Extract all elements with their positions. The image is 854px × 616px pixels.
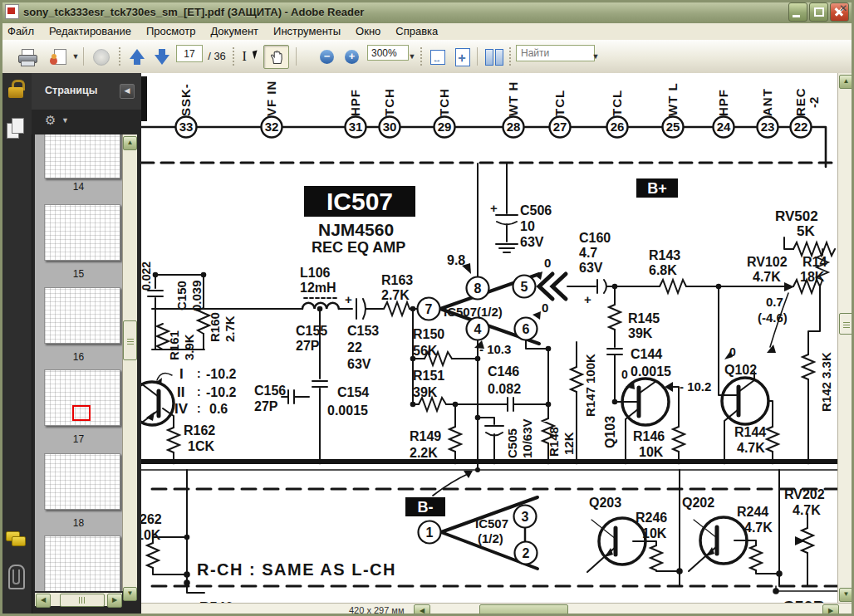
schematic-label: 4.7K	[744, 521, 773, 535]
schematic-label: 0.039	[189, 280, 204, 311]
email-button[interactable]	[45, 45, 71, 69]
schematic-label: 63V	[579, 261, 603, 275]
fit-width-button[interactable]: ↔	[426, 45, 449, 69]
doc-scroll-down-button[interactable]: ▼	[839, 588, 853, 602]
page-thumbnail[interactable]	[44, 204, 120, 261]
attachments-tab-icon[interactable]	[8, 565, 25, 589]
menu-item-6[interactable]: Справка	[388, 23, 445, 40]
schematic-label: C506	[520, 203, 552, 218]
sidebar-hscrollbar-thumb[interactable]	[60, 594, 105, 607]
previous-page-button[interactable]	[125, 45, 150, 69]
gear-dropdown-icon[interactable]: ▼	[61, 116, 69, 125]
schematic-label: R144	[734, 425, 766, 439]
menu-item-5[interactable]: Окно	[348, 23, 388, 40]
schematic-label: 3.9K	[182, 334, 196, 360]
collapse-panel-button[interactable]: ◀	[120, 84, 135, 99]
sidebar-tab-strip	[0, 73, 32, 616]
schematic-label: Q202	[682, 496, 714, 510]
terminal-number: 29	[438, 120, 452, 134]
menu-item-4[interactable]: Инструменты	[266, 23, 348, 40]
terminal-signal-label: TCH	[382, 88, 396, 116]
find-dropdown-icon[interactable]: ▼	[590, 45, 600, 67]
menu-item-1[interactable]: Редактирование	[42, 23, 139, 40]
terminal-signal-label: TCL	[552, 90, 567, 116]
schematic-label: 9.8	[447, 253, 465, 267]
schematic-label: :	[197, 385, 201, 398]
schematic-label: 56K	[413, 344, 438, 358]
schematic-drawing: 33SSK-32VF IN31HPF30TCH29TCH28WT H27TCL2…	[141, 73, 837, 603]
schematic-label: R163	[381, 273, 413, 287]
collaborate-button[interactable]	[88, 45, 115, 69]
schematic-label: 27P	[254, 399, 278, 413]
page-thumbnail[interactable]	[44, 453, 120, 510]
page-thumbnail-label: 17	[35, 433, 122, 445]
schematic-label: 0	[544, 256, 551, 270]
schematic-label: NJM4560	[318, 220, 394, 239]
sidebar-scrollbar-thumb[interactable]	[123, 320, 137, 360]
sidebar-scroll-up-button[interactable]: ▲	[123, 136, 137, 150]
schematic-label: -10.2	[206, 367, 237, 381]
zoom-in-button[interactable]: +	[341, 45, 363, 69]
schematic-label: R145	[628, 311, 660, 325]
find-input[interactable]	[516, 45, 595, 61]
terminal-signal-label: TCL	[610, 90, 624, 116]
terminal-signal-label: HPF	[716, 89, 730, 116]
schematic-label: I	[179, 366, 184, 382]
current-view-rectangle	[72, 405, 91, 421]
title-bar[interactable]: sony_tck333esr_tck730es_sm_[ET].pdf (ЗАЩ…	[0, 0, 854, 23]
opamp-pin-number: 6	[523, 322, 530, 336]
next-page-button[interactable]	[150, 45, 174, 69]
menu-item-3[interactable]: Документ	[203, 23, 266, 40]
doc-scroll-up-button[interactable]: ▲	[839, 75, 853, 89]
menu-item-2[interactable]: Просмотр	[139, 23, 203, 40]
print-button[interactable]	[13, 45, 42, 69]
pdf-file-icon	[5, 4, 19, 19]
toolbar-close-icon[interactable]: ✕	[839, 2, 847, 14]
zoom-level-value[interactable]: 300%	[367, 45, 409, 61]
sidebar-scroll-right-button[interactable]: ▶	[107, 594, 122, 608]
hand-tool-button[interactable]	[263, 45, 289, 69]
menu-item-0[interactable]: Файл	[0, 23, 42, 40]
terminal-signal-label: WT H	[506, 81, 520, 116]
page-thumbnail[interactable]	[44, 535, 120, 591]
terminal-signal-label: ANT	[760, 88, 774, 116]
gear-icon[interactable]: ⚙	[45, 113, 56, 128]
sidebar-scroll-down-button[interactable]: ▼	[123, 587, 137, 601]
doc-hscrollbar-thumb[interactable]	[479, 604, 568, 616]
zoom-dropdown-icon[interactable]: ▼	[406, 45, 416, 67]
page-number-input[interactable]	[176, 45, 203, 62]
schematic-label: 18K	[800, 270, 825, 284]
opamp-pin-number: 2	[523, 546, 530, 560]
doc-scroll-right-button[interactable]: ▶	[822, 604, 839, 616]
page-thumbnail[interactable]	[44, 369, 120, 426]
document-page[interactable]: 33SSK-32VF IN31HPF30TCH29TCH28WT H27TCL2…	[141, 73, 837, 603]
page-thumbnail[interactable]	[44, 287, 120, 344]
pages-tab-icon[interactable]	[7, 118, 25, 141]
comments-tab-icon[interactable]	[6, 531, 26, 546]
email-dropdown-icon[interactable]: ▼	[70, 45, 80, 67]
document-vertical-scrollbar[interactable]	[837, 73, 854, 603]
zoom-out-button[interactable]: −	[316, 45, 338, 69]
sidebar-scroll-left-button[interactable]: ◀	[36, 594, 51, 608]
schematic-label: 0.082	[488, 382, 521, 396]
doc-vscrollbar-thumb[interactable]	[839, 313, 853, 335]
opamp-pin-number: 5	[521, 280, 528, 294]
schematic-label: 6.8K	[649, 263, 677, 277]
page-thumbnail[interactable]	[44, 134, 120, 178]
fit-page-button[interactable]: ✛	[451, 45, 474, 69]
page-thumbnail-list: 1415161718	[35, 134, 122, 591]
opamp-pin-number: 4	[474, 322, 482, 336]
minimize-button[interactable]	[788, 2, 807, 22]
schematic-label: - 10.2	[680, 379, 711, 394]
terminal-number: 27	[553, 120, 567, 134]
schematic-label: R161	[167, 330, 181, 360]
select-tool-button[interactable]: I	[238, 45, 263, 69]
two-page-view-button[interactable]	[482, 45, 507, 69]
schematic-label: 0	[729, 345, 736, 359]
pages-panel-title: Страницы	[45, 85, 97, 96]
opamp-pin-number: 7	[425, 302, 433, 316]
restore-button[interactable]	[809, 2, 828, 22]
doc-scroll-left-button[interactable]: ◀	[414, 604, 430, 616]
status-bar: 420 x 297 мм ◀ ▶	[141, 603, 854, 616]
sidebar-vertical-scrollbar[interactable]	[122, 134, 137, 591]
